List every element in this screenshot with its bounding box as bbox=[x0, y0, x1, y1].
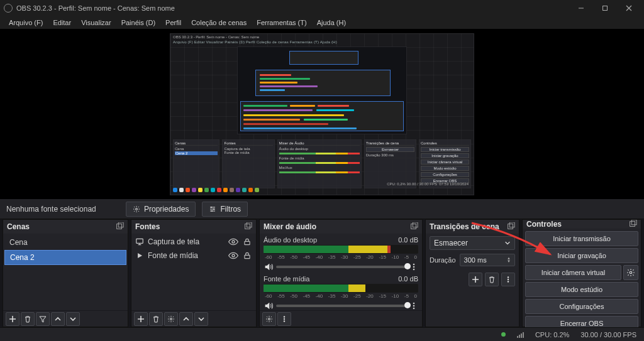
taskbar-app-icon bbox=[242, 188, 247, 192]
settings-button[interactable]: Configurações bbox=[525, 299, 638, 314]
popout-icon[interactable] bbox=[628, 220, 637, 229]
lock-toggle[interactable] bbox=[242, 251, 252, 261]
menu-item[interactable]: Perfil bbox=[160, 18, 186, 28]
svg-rect-15 bbox=[411, 224, 416, 229]
svg-rect-5 bbox=[117, 224, 122, 229]
svg-point-28 bbox=[284, 318, 285, 319]
lock-toggle[interactable] bbox=[242, 237, 252, 247]
mixer-channel-db: 0.0 dB bbox=[398, 236, 418, 244]
menu-item[interactable]: Coleção de cenas bbox=[186, 18, 252, 28]
svg-point-33 bbox=[508, 279, 509, 280]
scene-add-button[interactable] bbox=[6, 312, 19, 326]
fps-label: 30.00 / 30.00 FPS bbox=[580, 331, 636, 338]
studio-mode-button[interactable]: Modo estúdio bbox=[525, 282, 638, 297]
preview-mini-controls: Controles Iniciar transmissão Iniciar gr… bbox=[419, 139, 471, 188]
menu-item[interactable]: Editar bbox=[48, 18, 76, 28]
mixer-meter bbox=[264, 245, 418, 254]
popout-icon[interactable] bbox=[243, 222, 252, 231]
taskbar-app-icon bbox=[204, 188, 209, 192]
popout-icon[interactable] bbox=[506, 222, 515, 231]
transition-duration-label: Duração bbox=[430, 256, 456, 264]
source-remove-button[interactable] bbox=[149, 312, 163, 326]
audio-mixer-dock: Mixer de áudio Áudio do desktop0.0 dB-60… bbox=[259, 219, 423, 327]
speaker-icon[interactable] bbox=[264, 301, 274, 310]
signal-icon bbox=[517, 332, 524, 338]
svg-point-4 bbox=[211, 210, 213, 212]
mixer-settings-button[interactable] bbox=[262, 312, 276, 326]
taskbar-app-icon bbox=[211, 188, 215, 192]
window-maximize-button[interactable] bbox=[594, 1, 616, 15]
source-item[interactable]: Captura de tela bbox=[133, 235, 255, 249]
preview-stage bbox=[237, 46, 407, 134]
svg-rect-9 bbox=[136, 239, 143, 243]
taskbar-app-icon bbox=[198, 188, 203, 192]
source-properties-button[interactable] bbox=[164, 312, 178, 326]
preview-mini-status: CPU: 0,2% 30.00 / 30.00 FPS 07:53 13/10/… bbox=[387, 182, 469, 186]
start-record-button[interactable]: Iniciar gravação bbox=[525, 248, 638, 263]
taskbar-app-icon bbox=[186, 188, 190, 192]
transition-duration-input[interactable]: 300 ms ▲▼ bbox=[460, 254, 515, 266]
source-add-button[interactable] bbox=[134, 312, 148, 326]
menu-item[interactable]: Ajuda (H) bbox=[312, 18, 351, 28]
svg-rect-7 bbox=[245, 224, 250, 229]
mixer-menu-button[interactable] bbox=[277, 312, 291, 326]
controls-dock: Controles Iniciar transmissão Iniciar gr… bbox=[522, 219, 641, 327]
preview-mini-mixer: Mixer de Áudio Áudio do desktop Fonte de… bbox=[277, 139, 362, 188]
channel-menu-button[interactable] bbox=[409, 300, 418, 310]
visibility-toggle[interactable] bbox=[228, 251, 238, 261]
preview-content: OBS 30.2.3 - Perfil: Sem nome - Cenas: S… bbox=[170, 33, 474, 195]
svg-rect-0 bbox=[603, 6, 608, 11]
sliders-icon bbox=[209, 205, 216, 213]
popout-icon[interactable] bbox=[409, 222, 418, 231]
transition-menu-button[interactable] bbox=[501, 273, 515, 286]
volume-slider[interactable] bbox=[276, 266, 407, 268]
svg-point-19 bbox=[413, 269, 415, 271]
svg-point-12 bbox=[232, 254, 235, 257]
svg-point-29 bbox=[284, 320, 285, 322]
transition-remove-button[interactable] bbox=[485, 273, 499, 286]
svg-point-37 bbox=[630, 271, 632, 274]
window-close-button[interactable] bbox=[618, 1, 640, 15]
menu-item[interactable]: Painéis (D) bbox=[116, 18, 160, 28]
menu-item[interactable]: Ferramentas (T) bbox=[252, 18, 311, 28]
svg-point-20 bbox=[413, 303, 415, 305]
titlebar: OBS 30.2.3 - Perfil: Sem nome - Cenas: S… bbox=[0, 0, 644, 16]
docks-row: Cenas CenaCena 2 Fontes Captura de telaF… bbox=[0, 219, 644, 327]
mixer-channel-name: Fonte de mídia bbox=[264, 275, 309, 283]
window-minimize-button[interactable] bbox=[570, 1, 592, 15]
filters-button[interactable]: Filtros bbox=[202, 202, 248, 217]
menu-item[interactable]: Visualizar bbox=[76, 18, 116, 28]
volume-slider[interactable] bbox=[276, 305, 407, 307]
visibility-toggle[interactable] bbox=[228, 237, 238, 247]
scene-move-up-button[interactable] bbox=[51, 312, 65, 326]
popout-icon[interactable] bbox=[115, 222, 124, 231]
mixer-channel-db: 0.0 dB bbox=[398, 275, 418, 283]
mixer-channel: Fonte de mídia0.0 dB-60-55-50-45-40-35-3… bbox=[261, 274, 421, 310]
svg-point-10 bbox=[232, 241, 235, 243]
source-move-up-button[interactable] bbox=[179, 312, 193, 326]
scene-item[interactable]: Cena 2 bbox=[4, 250, 126, 265]
source-label: Captura de tela bbox=[148, 237, 225, 246]
menu-item[interactable]: Arquivo (F) bbox=[4, 18, 48, 28]
scene-filter-button[interactable] bbox=[36, 312, 50, 326]
source-item[interactable]: Fonte de mídia bbox=[133, 249, 255, 263]
preview-area[interactable]: OBS 30.2.3 - Perfil: Sem nome - Cenas: S… bbox=[0, 29, 644, 199]
gear-icon bbox=[133, 205, 140, 213]
scene-remove-button[interactable] bbox=[21, 312, 35, 326]
speaker-icon[interactable] bbox=[264, 262, 274, 272]
start-stream-button[interactable]: Iniciar transmissão bbox=[525, 231, 638, 246]
taskbar-app-icon bbox=[192, 188, 196, 192]
taskbar-app-icon bbox=[255, 188, 259, 192]
start-vcam-button[interactable]: Iniciar câmera virtual bbox=[525, 265, 621, 280]
scene-item[interactable]: Cena bbox=[4, 235, 126, 249]
preview-mini-sources: Fontes Captura de tela Fonte de mídia bbox=[222, 139, 274, 188]
transition-add-button[interactable] bbox=[469, 273, 482, 286]
source-move-down-button[interactable] bbox=[194, 312, 208, 326]
vcam-settings-button[interactable] bbox=[623, 265, 638, 280]
channel-menu-button[interactable] bbox=[409, 261, 418, 273]
mixer-channel-name: Áudio do desktop bbox=[264, 236, 317, 244]
scene-move-down-button[interactable] bbox=[66, 312, 80, 326]
preview-mini-transitions: Transições de cena Esmaecer Duração 300 … bbox=[364, 139, 416, 188]
transition-select[interactable]: Esmaecer bbox=[430, 236, 515, 250]
properties-button[interactable]: Propriedades bbox=[126, 202, 196, 217]
